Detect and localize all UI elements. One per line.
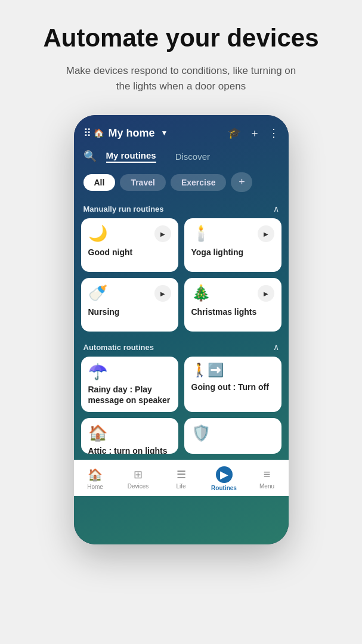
- routine-card-christmas-lights[interactable]: 🎄 ▶ Christmas lights: [184, 278, 281, 332]
- card-top: 🎄 ▶: [191, 285, 274, 302]
- manually-collapse-icon[interactable]: ∧: [273, 204, 279, 213]
- play-christmas-button[interactable]: ▶: [258, 285, 274, 302]
- routine-card-attic[interactable]: 🏠 Attic : turn on lights: [81, 418, 178, 454]
- christmas-lights-icon: 🎄: [191, 285, 211, 301]
- life-nav-icon: ☰: [177, 468, 186, 481]
- rainy-day-label: Rainy day : Play message on speaker: [88, 384, 171, 405]
- yoga-lighting-icon: 🕯️: [191, 225, 211, 241]
- good-night-label: Good night: [88, 247, 171, 258]
- automatic-section-title: Automatic routines: [83, 343, 154, 352]
- filter-travel[interactable]: Travel: [120, 174, 165, 191]
- automatic-cards-grid: ☂️ Rainy day : Play message on speaker 🚶…: [74, 357, 289, 417]
- partial-cards-grid: 🏠 Attic : turn on lights 🛡️: [74, 418, 289, 460]
- card-top: 🚶➡️: [191, 364, 274, 377]
- header-right: 🎓 ＋ ⋮: [228, 126, 279, 140]
- yoga-lighting-label: Yoga lighting: [191, 247, 274, 258]
- nursing-label: Nursing: [88, 306, 171, 317]
- plus-icon[interactable]: ＋: [249, 126, 260, 140]
- filter-all[interactable]: All: [83, 174, 116, 191]
- nav-devices-label: Devices: [128, 483, 149, 490]
- smartthings-icon: ⠿: [83, 126, 91, 140]
- search-tab-row: 🔍 My routines Discover: [74, 146, 289, 169]
- search-icon[interactable]: 🔍: [83, 150, 97, 163]
- rainy-day-icon: ☂️: [88, 364, 107, 379]
- nav-life[interactable]: ☰ Life: [165, 468, 197, 490]
- going-out-icon: 🚶➡️: [191, 364, 224, 377]
- card-top: 🕯️ ▶: [191, 225, 274, 242]
- tab-discover[interactable]: Discover: [175, 151, 210, 162]
- automatic-collapse-icon[interactable]: ∧: [273, 342, 279, 352]
- attic-icon: 🏠: [88, 425, 107, 441]
- play-good-night-button[interactable]: ▶: [154, 225, 171, 242]
- routine-card-going-out[interactable]: 🚶➡️ Going out : Turn off: [184, 357, 281, 411]
- nav-menu[interactable]: ≡ Menu: [250, 467, 283, 490]
- chevron-down-icon[interactable]: ▼: [161, 129, 168, 137]
- home-icon: 🏠: [94, 128, 104, 138]
- automatic-section-header: Automatic routines ∧: [74, 338, 289, 357]
- nav-home-label: Home: [87, 484, 103, 490]
- nav-menu-label: Menu: [259, 483, 274, 490]
- menu-nav-icon: ≡: [264, 467, 271, 481]
- play-nursing-button[interactable]: ▶: [154, 285, 171, 302]
- home-nav-icon: 🏠: [88, 467, 103, 482]
- card-top: ☂️: [88, 364, 171, 379]
- tab-my-routines[interactable]: My routines: [106, 150, 156, 163]
- nav-life-label: Life: [176, 483, 185, 490]
- routine-card-rainy-day[interactable]: ☂️ Rainy day : Play message on speaker: [81, 357, 178, 411]
- nav-routines-label: Routines: [211, 485, 237, 491]
- phone-screen: ⠿ 🏠 My home ▼ 🎓 ＋ ⋮ 🔍 My routines Discov…: [74, 115, 289, 544]
- add-filter-button[interactable]: +: [231, 172, 252, 192]
- more-icon[interactable]: ⋮: [268, 126, 279, 140]
- christmas-lights-label: Christmas lights: [191, 306, 274, 317]
- filter-row: All Travel Exercise +: [74, 169, 289, 199]
- card-top: 🏠: [88, 425, 171, 441]
- hero-title: Automate your devices: [43, 24, 318, 52]
- routine-card-good-night[interactable]: 🌙 ▶ Good night: [81, 218, 178, 272]
- card-top: 🌙 ▶: [88, 225, 171, 242]
- shield-icon: 🛡️: [191, 425, 211, 441]
- home-icon-wrap: ⠿ 🏠: [83, 126, 104, 140]
- good-night-icon: 🌙: [88, 225, 107, 241]
- hero-subtitle: Make devices respond to conditions, like…: [62, 63, 301, 94]
- filter-exercise[interactable]: Exercise: [171, 174, 227, 191]
- nav-home[interactable]: 🏠 Home: [79, 467, 112, 490]
- home-label[interactable]: My home: [109, 127, 155, 140]
- app-header: ⠿ 🏠 My home ▼ 🎓 ＋ ⋮: [74, 115, 289, 146]
- header-left: ⠿ 🏠 My home ▼: [83, 126, 168, 140]
- attic-label: Attic : turn on lights: [88, 445, 171, 454]
- manually-cards-grid: 🌙 ▶ Good night 🕯️ ▶ Yoga lighting 🍼 ▶: [74, 218, 289, 338]
- nursing-icon: 🍼: [88, 285, 107, 301]
- card-top: 🍼 ▶: [88, 285, 171, 302]
- card-top: 🛡️: [191, 425, 274, 441]
- nav-devices[interactable]: ⊞ Devices: [122, 468, 154, 490]
- graduate-icon[interactable]: 🎓: [228, 126, 241, 140]
- routine-card-shield[interactable]: 🛡️: [184, 418, 281, 454]
- manually-section-title: Manually run routines: [83, 205, 164, 213]
- routine-card-nursing[interactable]: 🍼 ▶ Nursing: [81, 278, 178, 332]
- play-yoga-button[interactable]: ▶: [258, 225, 274, 242]
- routine-card-yoga-lighting[interactable]: 🕯️ ▶ Yoga lighting: [184, 218, 281, 272]
- bottom-nav: 🏠 Home ⊞ Devices ☰ Life ▶ Routines ≡ Men…: [74, 460, 289, 496]
- going-out-label: Going out : Turn off: [191, 382, 274, 392]
- routines-nav-icon: ▶: [216, 466, 233, 483]
- manually-section-header: Manually run routines ∧: [74, 199, 289, 218]
- phone-mockup: ⠿ 🏠 My home ▼ 🎓 ＋ ⋮ 🔍 My routines Discov…: [74, 115, 289, 544]
- devices-nav-icon: ⊞: [134, 468, 143, 481]
- nav-routines[interactable]: ▶ Routines: [208, 466, 240, 491]
